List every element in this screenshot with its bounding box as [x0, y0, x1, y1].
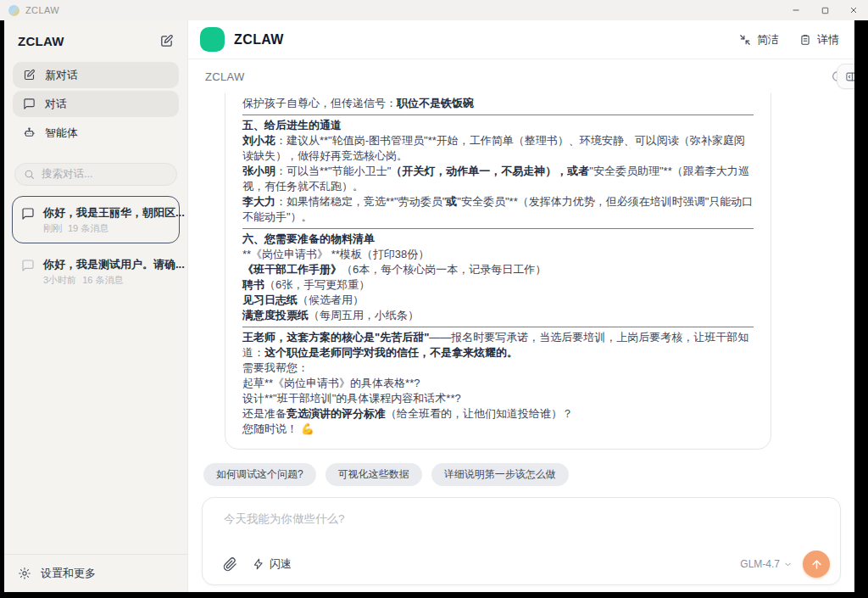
sidebar-item-label: 对话: [45, 97, 67, 112]
suggestion-chips: 如何调试这个问题? 可视化这些数据 详细说明第一步该怎么做: [188, 452, 854, 487]
composer-area: 闪速 GLM-4.7: [188, 487, 854, 592]
model-name: GLM-4.7: [740, 558, 780, 570]
compact-mode-label: 简洁: [757, 32, 779, 48]
chat-subheader: ZCLAW: [188, 59, 854, 93]
settings-button[interactable]: 设置和更多: [4, 554, 187, 592]
brand-name: ZCLAW: [234, 32, 284, 48]
fast-mode-button[interactable]: 闪速: [253, 556, 292, 572]
message-line: 还是准备竞选演讲的评分标准（给全班看的，让他们知道投给谁）？: [242, 406, 754, 422]
message-line: 保护孩子自尊心，但传递信号：职位不是铁饭碗: [242, 96, 754, 111]
message-line: 六、您需要准备的物料清单: [242, 232, 754, 247]
message-divider: [242, 327, 754, 327]
details-button[interactable]: 详情: [799, 32, 839, 48]
app-logo-icon: [8, 5, 19, 16]
send-button[interactable]: [803, 550, 830, 578]
collapse-icon: [739, 34, 751, 46]
minimize-button[interactable]: [782, 0, 810, 20]
window-titlebar: ZCLAW: [0, 0, 868, 20]
close-button[interactable]: [839, 0, 868, 20]
app-window: ZCLAW 新对话 对话 智能体: [4, 20, 854, 592]
brand-logo-icon: [200, 27, 225, 52]
arrow-up-icon: [810, 558, 823, 571]
sidebar-nav: 新对话 对话 智能体: [4, 59, 187, 148]
sidebar-item-new-chat[interactable]: 新对话: [13, 62, 179, 88]
message-line: 五、给后进生的通道: [242, 118, 754, 133]
conversation-meta: 3小时前 16 条消息: [43, 274, 170, 287]
message-line: 王老师，这套方案的核心是"先苦后甜"——报名时要写承诺，当选后要培训，上岗后要考…: [242, 330, 754, 360]
main-panel: ZCLAW 简洁 详情 ZCLAW: [188, 20, 854, 592]
message-line: 张小明：可以当**"节能小卫士"（开关灯，动作单一，不易走神），或者"安全委员助…: [242, 164, 754, 194]
sidebar-title: ZCLAW: [18, 34, 64, 48]
model-selector[interactable]: GLM-4.7: [740, 558, 793, 570]
sidebar-item-chats[interactable]: 对话: [13, 91, 179, 117]
suggestion-chip[interactable]: 可视化这些数据: [326, 463, 422, 486]
conversation-title: 你好，我是王丽华，朝阳区...: [43, 206, 185, 219]
assistant-message-bubble: 保护孩子自尊心，但传递信号：职位不是铁饭碗五、给后进生的通道刘小花：建议从**"…: [225, 93, 771, 450]
conversation-item[interactable]: 你好，我是测试用户。请确... 3小时前 16 条消息: [12, 248, 180, 295]
sidebar-item-label: 新对话: [45, 68, 78, 83]
conversation-title: 你好，我是测试用户。请确...: [43, 258, 185, 271]
message-body: 保护孩子自尊心，但传递信号：职位不是铁饭碗五、给后进生的通道刘小花：建议从**"…: [242, 96, 754, 437]
maximize-button[interactable]: [810, 0, 839, 20]
message-line: 李大力：如果情绪稳定，竞选**"劳动委员"或"安全委员"**（发挥体力优势，但必…: [242, 194, 754, 225]
window-controls: [782, 0, 868, 20]
new-chat-icon-button[interactable]: [159, 34, 174, 48]
message-line: 刘小花：建议从**"轮值岗-图书管理员"**开始，工作简单（整理书）、环境安静、…: [242, 133, 754, 164]
window-title: ZCLAW: [25, 5, 59, 15]
message-line: 您随时说！ 💪: [242, 422, 754, 437]
search-input[interactable]: 搜索对话...: [14, 163, 177, 186]
lightning-icon: [253, 558, 264, 570]
suggestion-chip[interactable]: 如何调试这个问题?: [203, 463, 316, 486]
message-divider: [242, 228, 754, 229]
conversation-meta: 刚刚 19 条消息: [43, 222, 170, 235]
gear-icon: [18, 567, 31, 580]
settings-label: 设置和更多: [41, 566, 96, 581]
attach-file-button[interactable]: [223, 557, 237, 572]
message-line: 满意度投票纸（每周五用，小纸条）: [242, 308, 754, 323]
chevron-down-icon: [783, 560, 793, 569]
chat-context-label: ZCLAW: [205, 70, 245, 83]
message-divider: [242, 115, 754, 115]
chat-header: ZCLAW 简洁 详情: [188, 20, 854, 59]
chat-bubble-icon: [21, 259, 35, 272]
message-line: 聘书（6张，手写更郑重）: [242, 277, 754, 293]
conversation-item[interactable]: 你好，我是王丽华，朝阳区... 刚刚 19 条消息: [12, 196, 180, 243]
details-label: 详情: [817, 32, 839, 48]
robot-icon: [23, 126, 36, 139]
message-line: 起草**《岗位申请书》的具体表格**?: [242, 376, 754, 391]
message-line: 《班干部工作手册》（6本，每个核心岗一本，记录每日工作）: [242, 262, 754, 277]
search-placeholder: 搜索对话...: [42, 167, 92, 182]
message-line: 需要我帮您：: [242, 360, 754, 376]
conversation-list: 你好，我是王丽华，朝阳区... 刚刚 19 条消息 你好，我是测试用户。请确..…: [4, 191, 187, 299]
chat-scroll-area[interactable]: 保护孩子自尊心，但传递信号：职位不是铁饭碗五、给后进生的通道刘小花：建议从**"…: [188, 93, 854, 452]
compact-mode-button[interactable]: 简洁: [739, 32, 779, 48]
chat-bubble-icon: [21, 207, 35, 221]
fast-mode-label: 闪速: [270, 556, 292, 572]
message-line: **《岗位申请书》 **模板（打印38份）: [242, 247, 754, 262]
sidebar-item-label: 智能体: [45, 126, 78, 141]
sidebar: ZCLAW 新对话 对话 智能体: [4, 20, 188, 592]
toggle-side-panel-button[interactable]: [837, 64, 854, 89]
chat-bubble-icon: [23, 98, 36, 110]
message-line: 见习日志纸（候选者用）: [242, 293, 754, 308]
composer[interactable]: 闪速 GLM-4.7: [202, 497, 841, 585]
search-icon: [24, 169, 35, 180]
message-input[interactable]: [203, 498, 840, 525]
clipboard-icon: [799, 34, 811, 46]
compose-icon: [23, 69, 36, 81]
message-line: 设计**"班干部培训"的具体课程内容和话术**?: [242, 391, 754, 406]
sidebar-item-agents[interactable]: 智能体: [13, 120, 179, 146]
suggestion-chip[interactable]: 详细说明第一步该怎么做: [431, 463, 569, 486]
